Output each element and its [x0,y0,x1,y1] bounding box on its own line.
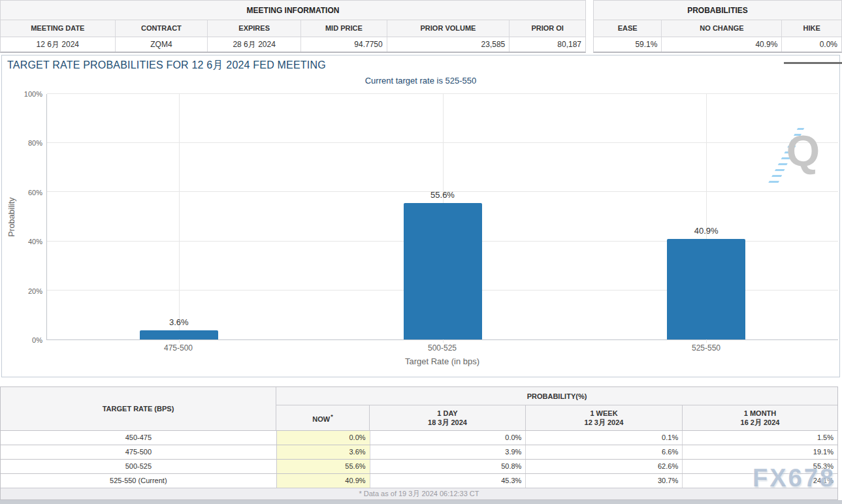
prior-oi-value: 80,187 [510,37,585,52]
one-day-cell: 50.8% [370,460,526,473]
rate-cell: 450-475 [1,431,277,445]
mid-price-value: 94.7750 [301,37,387,52]
table-row-475-500: 475-500 3.6% 3.9% 6.6% 19.1% [1,445,837,459]
meeting-information-title: MEETING INFORMATION [1,1,585,20]
vertical-gridline [179,94,180,343]
no-change-value: 40.9% [662,37,782,52]
now-cell: 40.9% [277,474,370,488]
header-now: NOW* [276,405,370,430]
table-row-450-475: 450-475 0.0% 0.0% 0.1% 1.5% [1,430,837,445]
one-day-cell: 45.3% [370,474,526,488]
category-column-525-550: 40.9% [574,94,838,339]
category-column-475-500: 3.6% [47,94,311,339]
one-week-cell: 30.7% [526,474,683,488]
x-axis-labels: 475-500 500-525 525-550 [46,343,838,353]
probability-bar-500-525[interactable] [404,203,482,339]
header-mid-price: MID PRICE [301,20,387,37]
bar-value-label: 40.9% [574,226,838,236]
one-month-cell: 24.1% [683,474,837,488]
header-prior-volume: PRIOR VOLUME [387,20,510,37]
header-contract: CONTRACT [116,20,208,37]
one-month-cell: 1.5% [683,431,837,445]
data-as-of-footnote: * Data as of 19 3月 2024 06:12:33 CT [1,488,837,499]
header-1-day: 1 DAY 18 3月 2024 [370,405,526,430]
header-hike: HIKE [782,20,841,37]
chart-subtitle: Current target rate is 525-550 [2,76,839,86]
meeting-date-value: 12 6月 2024 [1,37,116,52]
header-1-month: 1 MONTH 16 2月 2024 [683,405,837,430]
table-header: TARGET RATE (BPS) PROBABILITY(%) NOW* 1 … [1,387,837,430]
meeting-information-data-row: 12 6月 2024 ZQM4 28 6月 2024 94.7750 23,58… [1,37,585,52]
one-week-cell: 0.1% [526,431,683,445]
one-day-cell: 3.9% [370,445,526,459]
header-expires: EXPIRES [208,20,301,37]
rate-cell: 525-550 (Current) [1,474,277,488]
now-cell: 55.6% [277,460,370,473]
meeting-information-table: MEETING INFORMATION MEETING DATE CONTRAC… [0,0,586,53]
probability-bar-525-550[interactable] [667,239,745,339]
bar-value-label: 55.6% [311,190,575,200]
now-asterisk: * [331,413,333,420]
y-tick-0: 0% [2,336,42,344]
rate-cell: 475-500 [1,445,277,459]
prior-volume-value: 23,585 [387,37,510,52]
rate-cell: 500-525 [1,460,277,473]
bar-value-label: 3.6% [47,317,311,327]
one-week-cell: 62.6% [526,460,683,473]
table-row-525-550-current: 525-550 (Current) 40.9% 45.3% 30.7% 24.1… [1,473,837,488]
probability-bar-475-500[interactable] [140,330,218,339]
probabilities-summary-header-row: EASE NO CHANGE HIKE [594,20,841,37]
header-target-rate-bps: TARGET RATE (BPS) [1,387,276,430]
header-prior-oi: PRIOR OI [510,20,585,37]
header-meeting-date: MEETING DATE [1,20,116,37]
expires-value: 28 6月 2024 [208,37,301,52]
bottom-strip [0,500,842,504]
one-month-cell: 19.1% [683,445,837,459]
one-day-cell: 0.0% [370,431,526,445]
category-column-500-525: 55.6% [311,94,575,339]
x-tick-500-525: 500-525 [310,343,574,353]
chart-title: TARGET RATE PROBABILITIES FOR 12 6月 2024… [7,59,326,72]
header-1-week: 1 WEEK 12 3月 2024 [526,405,683,430]
x-axis-title: Target Rate (in bps) [46,356,838,366]
probabilities-summary-table: PROBABILITIES EASE NO CHANGE HIKE 59.1% … [593,0,842,53]
x-tick-475-500: 475-500 [46,343,310,353]
table-row-500-525: 500-525 55.6% 50.8% 62.6% 55.3% [1,459,837,473]
ease-value: 59.1% [594,37,662,52]
y-tick-80: 80% [2,139,42,147]
now-cell: 3.6% [277,445,370,459]
x-tick-525-550: 525-550 [574,343,838,353]
probabilities-summary-data-row: 59.1% 40.9% 0.0% [594,37,841,52]
one-week-cell: 6.6% [526,445,683,459]
y-tick-100: 100% [2,90,42,98]
now-cell: 0.0% [277,431,370,445]
probability-history-table: TARGET RATE (BPS) PROBABILITY(%) NOW* 1 … [0,386,838,500]
chart-plot-area: 3.6% 55.6% 40.9% Q [46,94,838,340]
target-rate-chart-panel: TARGET RATE PROBABILITIES FOR 12 6月 2024… [1,55,840,377]
header-no-change: NO CHANGE [662,20,782,37]
meeting-information-header-row: MEETING DATE CONTRACT EXPIRES MID PRICE … [1,20,585,37]
one-month-cell: 55.3% [683,460,837,473]
contract-value: ZQM4 [116,37,208,52]
header-probability-group: PROBABILITY(%) [276,387,837,405]
probabilities-summary-title: PROBABILITIES [594,1,841,20]
y-axis-title: Probability [7,185,16,250]
header-ease: EASE [594,20,662,37]
y-tick-20: 20% [2,287,42,295]
hike-value: 0.0% [782,37,841,52]
